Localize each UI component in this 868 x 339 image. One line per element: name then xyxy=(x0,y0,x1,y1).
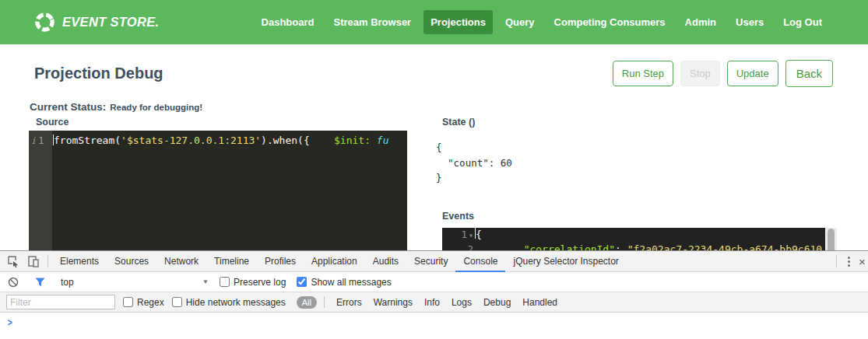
stop-button[interactable]: Stop xyxy=(680,61,720,86)
code-plain: : xyxy=(615,243,627,250)
preserve-log-toggle[interactable]: Preserve log xyxy=(220,277,286,288)
code-gap xyxy=(310,135,334,146)
nav-item-stream-browser[interactable]: Stream Browser xyxy=(326,10,418,34)
source-editor-gutter: i1 xyxy=(29,131,52,250)
code-string: '$stats-127.0.0.1:2113' xyxy=(121,135,261,146)
hide-network-toggle[interactable]: Hide network messages xyxy=(172,297,286,308)
nav-item-users[interactable]: Users xyxy=(729,10,771,34)
nav-item-query[interactable]: Query xyxy=(498,10,542,34)
frame-context-select[interactable]: top ▼ xyxy=(61,277,209,288)
run-step-button[interactable]: Run Step xyxy=(613,61,673,86)
top-nav: EVENT STORE. Dashboard Stream Browser Pr… xyxy=(0,0,868,44)
devtools-menu-icon[interactable] xyxy=(841,257,857,267)
filter-level-handled[interactable]: Handled xyxy=(522,297,557,308)
console-filterbar: Regex Hide network messages All Errors W… xyxy=(0,292,868,313)
filter-level-errors[interactable]: Errors xyxy=(336,297,362,308)
event-store-projection-debug-page: EVENT STORE. Dashboard Stream Browser Pr… xyxy=(0,0,868,339)
tab-sources[interactable]: Sources xyxy=(107,251,156,272)
tab-timeline[interactable]: Timeline xyxy=(206,251,257,272)
events-line-2-number: 2 xyxy=(442,243,475,250)
code-function-keyword: fu xyxy=(371,135,388,146)
events-scrollbar[interactable] xyxy=(825,228,837,250)
update-button[interactable]: Update xyxy=(727,61,778,86)
console-prompt-chevron-icon[interactable]: > xyxy=(8,316,12,328)
devtools-panel: Elements Sources Network Timeline Profil… xyxy=(0,250,868,339)
brand-name: EVENT STORE. xyxy=(62,15,159,30)
regex-toggle[interactable]: Regex xyxy=(123,297,164,308)
nav-item-logout[interactable]: Log Out xyxy=(776,10,829,34)
preserve-log-label: Preserve log xyxy=(234,277,286,288)
source-code-editor[interactable]: i1 fromStream('$stats-127.0.0.1:2113').w… xyxy=(29,131,407,250)
gutter-info-marker: i xyxy=(32,135,35,146)
clear-console-icon[interactable] xyxy=(3,272,23,292)
events-line-1-code: { xyxy=(476,228,482,243)
back-button[interactable]: Back xyxy=(785,60,833,87)
inspect-element-icon[interactable] xyxy=(3,251,23,271)
regex-label: Regex xyxy=(137,297,164,308)
frame-context-value: top xyxy=(61,277,74,288)
tabbar-divider xyxy=(47,255,48,267)
tabbar-divider xyxy=(836,255,837,267)
state-section-label: State () xyxy=(442,117,475,128)
show-all-messages-toggle[interactable]: Show all messages xyxy=(297,277,391,288)
devtools-tabbar: Elements Sources Network Timeline Profil… xyxy=(0,251,868,272)
state-json: { "count": 60 } xyxy=(436,140,512,186)
fold-arrow-icon[interactable]: ▾ xyxy=(469,231,473,239)
code-keyword: $init: xyxy=(334,135,371,146)
tab-security[interactable]: Security xyxy=(406,251,455,272)
show-all-messages-checkbox[interactable] xyxy=(297,277,307,287)
event-store-logo-icon xyxy=(34,12,55,33)
brand[interactable]: EVENT STORE. xyxy=(34,12,159,33)
filter-level-debug[interactable]: Debug xyxy=(483,297,511,308)
events-editor[interactable]: 1▾{ 2 "correlationId": "f2a02ac7-2234-49… xyxy=(442,228,825,250)
current-status-label: Current Status: xyxy=(30,101,106,113)
tab-elements[interactable]: Elements xyxy=(52,251,107,272)
filter-level-all[interactable]: All xyxy=(297,296,317,309)
filter-level-logs[interactable]: Logs xyxy=(452,297,472,308)
tab-profiles[interactable]: Profiles xyxy=(257,251,304,272)
nav-item-projections[interactable]: Projections xyxy=(423,10,493,34)
source-section-label: Source xyxy=(36,117,69,128)
events-json-key: "correlationId" xyxy=(524,243,615,250)
filter-level-warnings[interactable]: Warnings xyxy=(374,297,413,308)
events-line-1: 1▾{ xyxy=(442,228,825,243)
events-section-label: Events xyxy=(442,211,474,222)
tab-application[interactable]: Application xyxy=(304,251,365,272)
code-plain: fromStream( xyxy=(54,135,121,146)
preserve-log-checkbox[interactable] xyxy=(220,277,230,287)
regex-checkbox[interactable] xyxy=(123,297,133,307)
events-line-2: 2 "correlationId": "f2a02ac7-2234-49cb-a… xyxy=(442,243,825,250)
hide-network-checkbox[interactable] xyxy=(172,297,182,307)
show-all-messages-label: Show all messages xyxy=(311,277,391,288)
console-output-area[interactable]: > xyxy=(0,313,868,337)
source-code-line: fromStream('$stats-127.0.0.1:2113').when… xyxy=(53,133,407,148)
filter-input[interactable] xyxy=(6,295,115,309)
tab-jquery-selector-inspector[interactable]: jQuery Selector Inspector xyxy=(505,251,626,272)
filter-icon[interactable] xyxy=(30,272,50,292)
code-indent xyxy=(475,243,524,250)
code-plain: ).when({ xyxy=(261,135,310,146)
filter-level-info[interactable]: Info xyxy=(424,297,440,308)
tab-console[interactable]: Console xyxy=(455,251,505,272)
devtools-close-icon[interactable]: × xyxy=(857,255,868,268)
console-toolbar: top ▼ Preserve log Show all messages xyxy=(0,272,868,292)
current-status-value: Ready for debugging! xyxy=(110,103,202,112)
events-line-1-number: 1▾ xyxy=(442,228,475,243)
nav-item-admin[interactable]: Admin xyxy=(678,10,723,34)
tab-network[interactable]: Network xyxy=(156,251,206,272)
nav-item-competing-consumers[interactable]: Competing Consumers xyxy=(547,10,673,34)
source-line-number: 1 xyxy=(38,135,44,146)
current-status: Current Status:Ready for debugging! xyxy=(30,100,202,114)
events-json-value: "f2a02ac7-2234-49cb-a674-bb9c610 xyxy=(627,243,822,250)
filter-divider xyxy=(324,296,325,308)
nav-item-dashboard[interactable]: Dashboard xyxy=(255,10,322,34)
device-toolbar-icon[interactable] xyxy=(23,251,44,271)
hide-network-label: Hide network messages xyxy=(186,297,286,308)
nav-menu: Dashboard Stream Browser Projections Que… xyxy=(255,10,829,34)
header-buttons: Run Step Stop Update Back xyxy=(613,60,833,87)
page-title: Projection Debug xyxy=(34,65,163,82)
tab-audits[interactable]: Audits xyxy=(365,251,406,272)
chevron-down-icon: ▼ xyxy=(202,278,209,285)
